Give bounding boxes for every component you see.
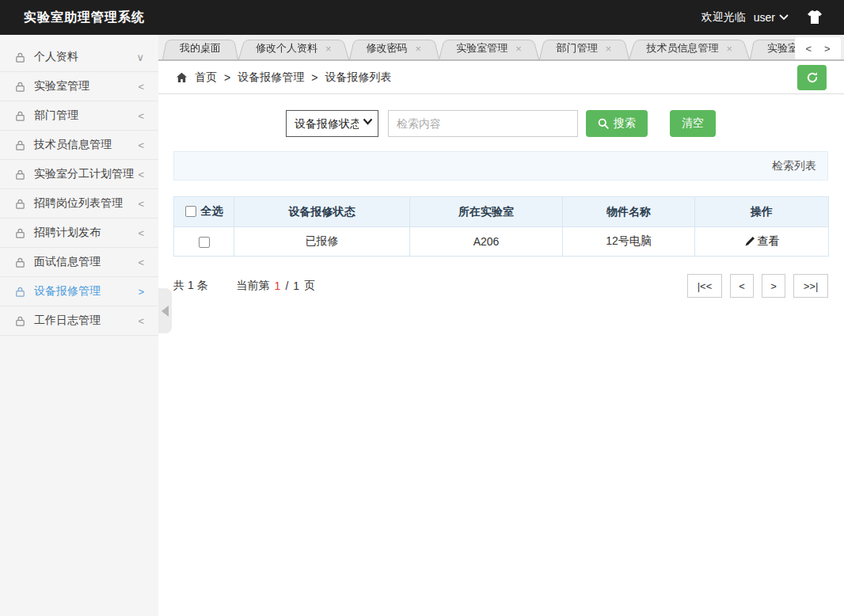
last-page-button[interactable]: >>| [793, 274, 828, 298]
view-link[interactable]: 查看 [744, 234, 780, 249]
cell-lab: A206 [410, 227, 563, 257]
lock-icon [14, 286, 26, 298]
search-input[interactable] [388, 110, 578, 137]
clear-button[interactable]: 清空 [670, 110, 716, 137]
tab-change-password[interactable]: 修改密码 × [349, 37, 439, 59]
breadcrumb-current: 设备报修列表 [325, 70, 391, 85]
cell-status: 已报修 [234, 227, 410, 257]
sidebar-item-label: 技术员信息管理 [34, 138, 112, 152]
pagination: 共 1 条 当前第 1 / 1 页 |<< < > >>| [173, 274, 828, 298]
close-icon[interactable]: × [416, 43, 422, 55]
tab-edit-profile[interactable]: 修改个人资料 × [238, 37, 349, 59]
tab-scroll-controls: < > [795, 37, 841, 60]
chevron-icon: < [138, 110, 144, 122]
select-all-checkbox[interactable] [185, 206, 196, 217]
tab-my-desktop[interactable]: 我的桌面 [162, 37, 238, 59]
table-row: 已报修 A206 12号电脑 查看 [174, 227, 829, 257]
current-page-prefix: 当前第 [237, 279, 270, 293]
search-button-label: 搜索 [614, 116, 636, 131]
tab-scroll-left-icon[interactable]: < [805, 43, 812, 55]
user-dropdown[interactable]: user [754, 11, 789, 24]
column-header-status: 设备报修状态 [234, 197, 410, 227]
sidebar-item-label: 工作日志管理 [34, 314, 101, 328]
tab-label: 我的桌面 [180, 41, 221, 55]
content-area: 我的桌面 修改个人资料 × 修改密码 × 实验室管理 × 部门管理 × [158, 35, 844, 616]
welcome-text: 欢迎光临 [701, 10, 746, 25]
close-icon[interactable]: × [726, 43, 732, 55]
chevron-icon: < [138, 227, 144, 239]
search-form: 设备报修状态 搜索 清空 [173, 110, 828, 137]
search-icon [598, 118, 609, 129]
app-window: 实验室助理管理系统 欢迎光临 user 个人资料 ∨ 实验室管理 < [0, 0, 844, 616]
chevron-icon: < [138, 139, 144, 151]
breadcrumb-separator: > [311, 71, 317, 84]
first-page-button[interactable]: |<< [687, 274, 722, 298]
breadcrumb-section[interactable]: 设备报修管理 [238, 70, 304, 85]
home-icon [176, 72, 188, 83]
repair-table: 全选 设备报修状态 所在实验室 物件名称 操作 已报修 [173, 196, 829, 257]
lock-icon [14, 198, 26, 210]
tab-label: 技术员信息管理 [646, 41, 718, 55]
sidebar-item-label: 面试信息管理 [34, 255, 101, 269]
table-header-row: 全选 设备报修状态 所在实验室 物件名称 操作 [174, 197, 829, 227]
chevron-icon: < [138, 315, 144, 327]
sidebar-item-profile[interactable]: 个人资料 ∨ [0, 43, 158, 72]
page-suffix: 页 [304, 279, 315, 293]
sidebar-item-dept-mgmt[interactable]: 部门管理 < [0, 101, 158, 131]
breadcrumb: 首页 > 设备报修管理 > 设备报修列表 [176, 70, 391, 85]
tab-label: 部门管理 [557, 41, 598, 55]
sidebar-item-label: 实验室管理 [34, 79, 89, 93]
next-page-button[interactable]: > [762, 274, 785, 298]
lock-icon [14, 315, 26, 327]
sidebar-item-work-log[interactable]: 工作日志管理 < [0, 306, 158, 336]
lock-icon [14, 169, 26, 181]
status-select[interactable]: 设备报修状态 [286, 110, 378, 137]
search-button[interactable]: 搜索 [586, 110, 648, 137]
sidebar: 个人资料 ∨ 实验室管理 < 部门管理 < 技术员信息管理 < 实验室分工计划管… [0, 35, 158, 616]
tab-lab-mgmt[interactable]: 实验室管理 × [439, 37, 539, 59]
chevron-icon: > [138, 286, 144, 298]
refresh-button[interactable] [797, 65, 827, 90]
sidebar-item-device-repair[interactable]: 设备报修管理 > [0, 277, 158, 306]
collapse-arrow-icon [162, 306, 169, 317]
tab-technician-info[interactable]: 技术员信息管理 × [629, 37, 750, 59]
close-icon[interactable]: × [325, 43, 332, 55]
pencil-icon [744, 236, 755, 247]
total-count: 共 1 条 [173, 279, 208, 293]
sidebar-item-job-list[interactable]: 招聘岗位列表管理 < [0, 189, 158, 219]
chevron-icon: ∨ [136, 51, 144, 63]
pagination-buttons: |<< < > >>| [687, 274, 828, 298]
sidebar-item-label: 设备报修管理 [34, 284, 101, 298]
tshirt-icon[interactable] [806, 10, 823, 25]
column-header-item: 物件名称 [563, 197, 695, 227]
close-icon[interactable]: × [515, 43, 522, 55]
column-header-action: 操作 [695, 197, 829, 227]
sidebar-item-interview-info[interactable]: 面试信息管理 < [0, 248, 158, 277]
tab-scroll-right-icon[interactable]: > [824, 43, 831, 55]
sidebar-item-label: 实验室分工计划管理 [34, 167, 134, 181]
chevron-icon: < [138, 81, 144, 93]
total-pages: 1 [293, 279, 299, 292]
prev-page-button[interactable]: < [730, 274, 754, 298]
username: user [754, 11, 775, 24]
tab-label: 实验室管理 [456, 41, 508, 55]
breadcrumb-bar: 首页 > 设备报修管理 > 设备报修列表 [158, 61, 844, 94]
sidebar-item-label: 部门管理 [34, 108, 78, 123]
breadcrumb-separator: > [224, 71, 230, 84]
view-link-label: 查看 [758, 234, 780, 249]
sidebar-item-technician-info[interactable]: 技术员信息管理 < [0, 131, 158, 160]
sidebar-item-recruit-plan[interactable]: 招聘计划发布 < [0, 219, 158, 248]
lock-icon [14, 227, 26, 239]
close-icon[interactable]: × [606, 43, 612, 55]
sidebar-item-lab-plan[interactable]: 实验室分工计划管理 < [0, 160, 158, 189]
breadcrumb-home[interactable]: 首页 [195, 70, 217, 85]
row-checkbox[interactable] [199, 237, 210, 248]
tab-dept-mgmt[interactable]: 部门管理 × [539, 37, 629, 59]
top-header: 实验室助理管理系统 欢迎光临 user [0, 0, 844, 35]
sidebar-item-lab-mgmt[interactable]: 实验室管理 < [0, 72, 158, 101]
pagination-info: 共 1 条 当前第 1 / 1 页 [173, 279, 315, 293]
lock-icon [14, 139, 26, 151]
lock-icon [14, 257, 26, 268]
sidebar-collapse-handle[interactable] [158, 288, 172, 333]
app-title: 实验室助理管理系统 [24, 10, 145, 26]
